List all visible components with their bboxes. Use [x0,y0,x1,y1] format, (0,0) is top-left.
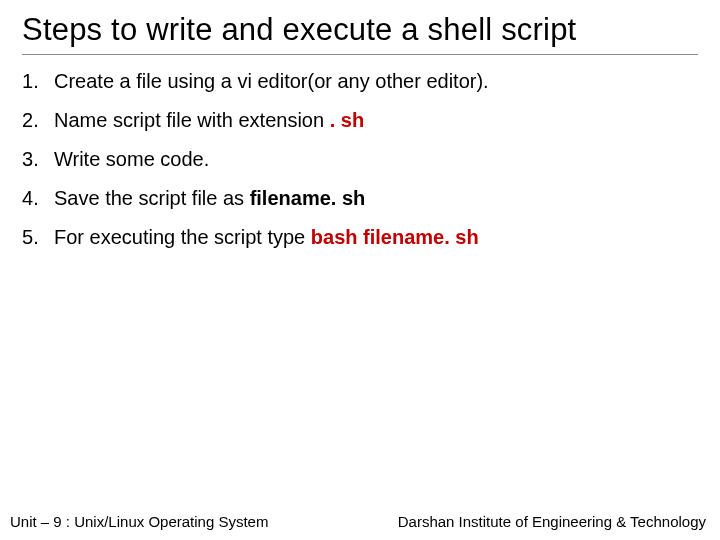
step-text: Name script file with extension [54,109,324,131]
step-item: For executing the script type bash filen… [22,225,698,250]
step-item: Save the script file as filename. sh [22,186,698,211]
footer: Unit – 9 : Unix/Linux Operating System D… [0,513,720,530]
footer-left: Unit – 9 : Unix/Linux Operating System [10,513,268,530]
slide: Steps to write and execute a shell scrip… [0,0,720,540]
step-item: Name script file with extension . sh [22,108,698,133]
step-filename: filename. sh [250,187,366,209]
slide-title: Steps to write and execute a shell scrip… [22,12,698,55]
step-item: Create a file using a vi editor(or any o… [22,69,698,94]
footer-right: Darshan Institute of Engineering & Techn… [398,513,706,530]
step-text: For executing the script type [54,226,311,248]
step-text: Create a file using a vi editor(or any o… [54,70,489,92]
step-item: Write some code. [22,147,698,172]
step-text: Save the script file as [54,187,250,209]
steps-list: Create a file using a vi editor(or any o… [22,69,698,250]
step-command: bash filename. sh [311,226,479,248]
step-text: Write some code. [54,148,209,170]
step-highlight-ext: . sh [324,109,364,131]
